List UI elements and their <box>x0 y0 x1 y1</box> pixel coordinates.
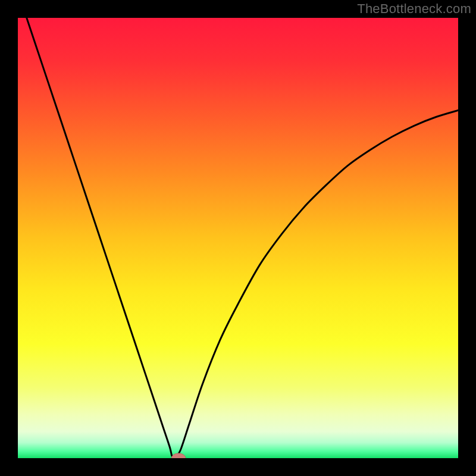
watermark-text: TheBottleneck.com <box>357 1 471 17</box>
chart-container: TheBottleneck.com <box>0 0 476 476</box>
plot-area <box>18 18 458 458</box>
gradient-background <box>18 18 458 458</box>
bottleneck-chart-svg <box>18 18 458 458</box>
